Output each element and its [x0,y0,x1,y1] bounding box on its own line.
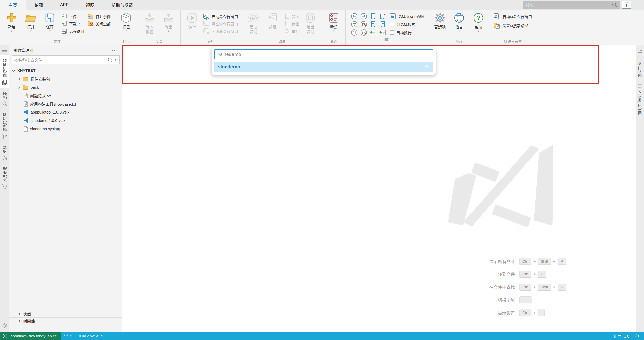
step-over-button[interactable]: 步进 [265,11,281,29]
tab-plot[interactable]: 绘图 [26,0,51,10]
command-palette-result[interactable]: sinedemo ⚙ [214,62,433,72]
bookmark-remove-icon [379,13,386,20]
restart-button[interactable]: 重启 [284,28,299,34]
start-m-terminal-button[interactable]: M 启动M命令行窗口 [494,13,532,20]
group-label-edit: 编辑 [349,36,425,43]
upload-button[interactable]: 上传 [61,13,84,20]
breakpoints-button[interactable]: 断点 ▼ [326,11,342,33]
remote-access-button[interactable]: 远程访问 [61,28,84,34]
remote-indicator[interactable]: labonline2-dev.tongyuan.cc [0,332,61,340]
step-into-button[interactable]: 步入 [284,13,299,20]
more-actions-icon[interactable]: ⋯ [112,47,118,53]
import-data-button[interactable]: 导入 数据 [141,11,158,34]
export-button[interactable]: 导出 ▼ [161,11,177,33]
stop-debug-button[interactable]: 退出 调试 [302,11,318,34]
set-m-path-button[interactable]: M 设置M搜索路径 [494,22,532,29]
tab-help-feedback[interactable]: 帮助与反馈 [103,0,141,10]
bookmark-prev-icon [370,21,376,28]
outdent-button[interactable] [378,29,388,36]
remote-icon [3,334,7,338]
start-terminal-button[interactable]: 启动命令行窗口 [203,13,238,20]
tree-item-file[interactable]: 问题记录.txt [9,91,122,100]
keyboard-layout-indicator[interactable]: 布局: US [610,333,632,339]
keycap: , [538,309,545,316]
step-out-button[interactable]: 步出 [284,20,299,27]
clear-bookmarks-button[interactable] [378,13,388,20]
download-button[interactable]: 下载 ▼ [61,20,84,27]
tree-item-file[interactable]: sinedemo.syslapp [9,125,122,133]
navigate-forward-button[interactable] [359,13,368,20]
help-button[interactable]: ? 帮助 ▼ [470,11,486,33]
group-label-breakpoint: 断点 [326,38,342,45]
open-button[interactable]: 打开 ▼ [23,11,39,33]
open-example-button[interactable]: 打开示例 [87,13,111,20]
sidebar-item-explorer[interactable]: 资源管理器 [0,55,9,88]
uncomment-lines-button[interactable] [359,29,368,36]
preferences-button[interactable]: 首选项 [432,11,448,29]
toggle-bookmark-button[interactable] [368,13,378,20]
tab-home[interactable]: 主页 [0,0,26,10]
tree-item-file[interactable]: sinedemo-1.0.0.vsix [9,116,122,125]
notifications-button[interactable] [632,334,644,338]
word-wrap-option[interactable]: 自动换行 [388,30,425,35]
tree-item-folder[interactable]: pack [9,83,122,91]
tree-item-file[interactable]: appbuildtool-1.0.0.vsix [9,108,122,116]
new-button[interactable]: 新建 ▼ [4,11,20,33]
navigate-back-button[interactable] [349,13,359,20]
keycap: P [558,258,566,265]
sidebar-item-source-control[interactable]: 源代码管理 [0,109,9,142]
close-terminal-button[interactable]: 关闭命令行窗口 [203,28,238,34]
save-button[interactable]: 保存 ▼ [42,11,58,33]
pack-button[interactable]: 打包 ▼ [118,11,134,33]
tree-item-file[interactable]: 应用构建工具showcase.txt [9,100,122,108]
terminal-start-icon [203,13,210,20]
tab-view[interactable]: 视图 [77,0,103,10]
clear-terminal-button[interactable]: 清空命令行窗口 [203,20,238,27]
run-button[interactable]: 运行 [184,11,200,29]
word-wrap-checkbox[interactable] [390,30,394,35]
menu-button[interactable] [0,45,9,55]
julia-workspace-tab[interactable]: Julia 工作区 [636,45,644,80]
remote-access-icon [61,28,67,34]
start-debug-button[interactable]: 启动 调试 [245,11,261,34]
tree-root-xhytest[interactable]: XHYTEST [9,66,122,75]
language-button[interactable]: 语言 ▼ [451,11,467,33]
select-all-matches-button[interactable]: 选择所有匹配项 [388,13,425,19]
text-file-icon [23,101,28,107]
global-search-input[interactable]: 搜索 [523,1,620,9]
column-select-mode-option[interactable]: 列选择模式 [388,22,425,27]
sidebar-item-debug[interactable]: 调试 [0,142,9,163]
indent-button[interactable] [368,29,378,36]
outline-section-header[interactable]: 大纲 [9,310,122,317]
remove-comment-button[interactable] [359,21,368,28]
chevron-right-icon [17,85,21,89]
gear-icon[interactable]: ⚙ [424,64,429,70]
ports-indicator[interactable]: 3 [61,332,75,340]
status-bar: labonline2-dev.tongyuan.cc 3 Julia env: … [0,332,644,340]
sidebar-item-search[interactable]: 搜索 [0,88,9,109]
collapse-ribbon-button[interactable] [622,1,631,9]
comment-lines-button[interactable] [349,29,359,36]
search-options-caret-icon[interactable]: ▼ [114,58,117,61]
timeline-section-header[interactable]: 时间线 [9,317,122,324]
explorer-search-input[interactable]: 按名称搜索文件 ▼ [12,55,120,64]
sidebar-item-marketplace[interactable]: 应用市场 [0,163,9,192]
group-label-file: 文件 [4,38,111,45]
settings-gear-button[interactable] [0,323,9,328]
command-palette-input[interactable]: >sinedemo [214,49,433,59]
close-all-button[interactable]: 关闭全部 [87,20,111,27]
shortcut-label: 显示所有命令 [437,258,515,264]
terminal-clear-icon [203,21,210,27]
add-comment-button[interactable] [349,21,359,28]
help-icon: ? [473,12,484,23]
stop-debug-icon [305,12,316,23]
next-bookmark-button[interactable] [378,21,388,28]
prev-bookmark-button[interactable] [368,21,378,28]
mlang-workspace-tab[interactable]: MLang 工作区 [636,80,644,118]
tree-item-folder[interactable]: 插件安装包 [9,75,122,83]
column-select-checkbox[interactable] [390,22,394,26]
tab-app[interactable]: APP [51,0,77,10]
collapse-ribbon-icon [624,2,629,7]
julia-env-indicator[interactable]: Julia env: v1.9 [75,332,106,340]
download-icon [61,21,67,27]
